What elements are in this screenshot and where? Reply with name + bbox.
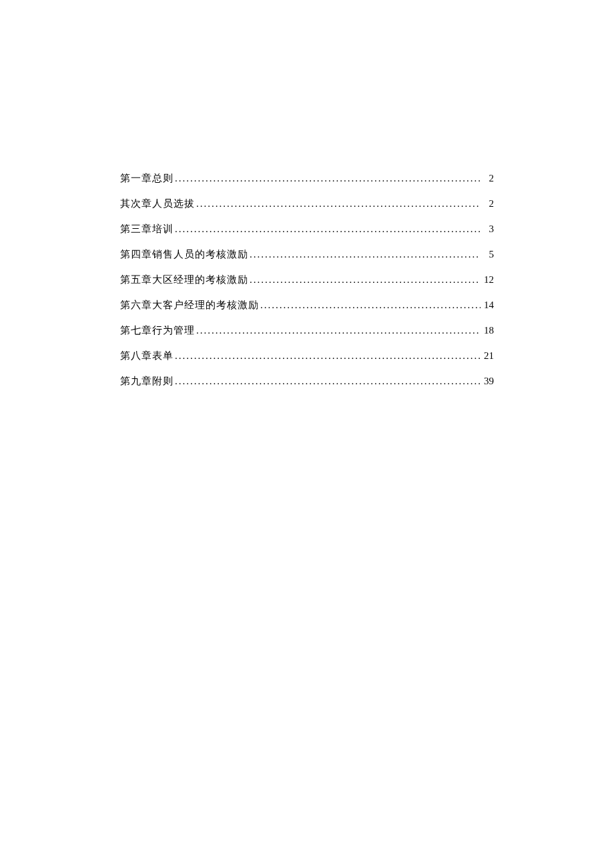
document-page: 第一章总则 2 其次章人员选拔 2 第三章培训 3 第四章销售人员的考核激励 5… [0,0,614,389]
toc-entry-page: 2 [481,170,494,186]
toc-dot-leader [259,297,481,313]
toc-entry: 第九章附则 39 [120,373,494,389]
toc-entry: 第五章大区经理的考核激励 12 [120,272,494,288]
toc-dot-leader [248,246,481,262]
toc-entry: 第七章行为管理 18 [120,322,494,338]
toc-entry-title: 第八章表单 [120,348,174,364]
toc-entry-title: 第六章大客户经理的考核激励 [120,297,259,313]
toc-dot-leader [195,322,481,338]
toc-entry-page: 21 [481,348,494,364]
toc-entry-title: 第五章大区经理的考核激励 [120,272,248,288]
toc-dot-leader [195,195,481,211]
toc-entry-page: 39 [481,373,494,389]
toc-entry-page: 3 [481,221,494,237]
toc-entry: 第四章销售人员的考核激励 5 [120,246,494,262]
toc-entry-page: 14 [481,297,494,313]
table-of-contents: 第一章总则 2 其次章人员选拔 2 第三章培训 3 第四章销售人员的考核激励 5… [120,170,494,389]
toc-entry-title: 第四章销售人员的考核激励 [120,246,248,262]
toc-entry-page: 12 [481,272,494,288]
toc-entry-title: 第七章行为管理 [120,322,195,338]
toc-entry-title: 其次章人员选拔 [120,195,195,211]
toc-entry-title: 第一章总则 [120,170,174,186]
toc-dot-leader [248,272,481,288]
toc-entry: 其次章人员选拔 2 [120,195,494,211]
toc-dot-leader [174,221,481,237]
toc-entry-title: 第九章附则 [120,373,174,389]
toc-entry: 第三章培训 3 [120,221,494,237]
toc-entry: 第六章大客户经理的考核激励 14 [120,297,494,313]
toc-entry-page: 18 [481,322,494,338]
toc-entry: 第一章总则 2 [120,170,494,186]
toc-dot-leader [174,348,481,364]
toc-entry: 第八章表单 21 [120,348,494,364]
toc-entry-page: 2 [481,195,494,211]
toc-entry-page: 5 [481,246,494,262]
toc-entry-title: 第三章培训 [120,221,174,237]
toc-dot-leader [174,170,481,186]
toc-dot-leader [174,373,481,389]
